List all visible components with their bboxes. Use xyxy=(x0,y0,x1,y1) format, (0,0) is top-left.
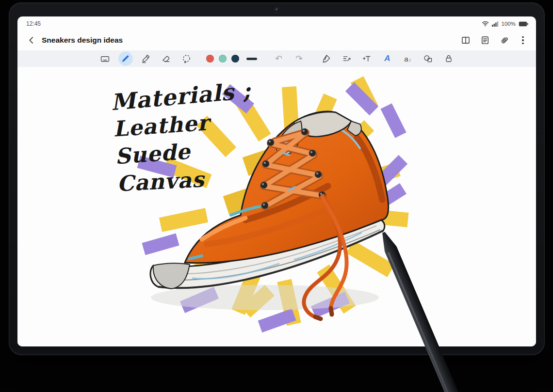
page-list-icon xyxy=(480,35,490,45)
lock-icon xyxy=(444,54,454,63)
text-size-button[interactable]: a↕ xyxy=(401,51,415,66)
pen-tool-button[interactable] xyxy=(118,51,133,66)
stroke-width-button[interactable] xyxy=(244,51,259,66)
note-title: Sneakers design ideas xyxy=(42,36,123,45)
shapes-button[interactable] xyxy=(421,51,436,66)
split-view-icon xyxy=(461,35,471,45)
color-swatch-teal[interactable] xyxy=(219,55,227,63)
battery-percent: 100% xyxy=(502,21,516,27)
undo-icon: ↶ xyxy=(275,54,282,63)
keyboard-button[interactable] xyxy=(98,51,113,66)
drawing-toolbar: ↶ ↷ xyxy=(17,50,536,67)
front-camera xyxy=(275,8,279,12)
auto-straighten-button[interactable] xyxy=(340,51,354,66)
tablet-frame: 12:45 xyxy=(9,2,545,355)
highlighter-tool-button[interactable] xyxy=(139,51,153,66)
convert-to-text-icon xyxy=(362,54,372,63)
favorite-pens-icon xyxy=(322,54,331,63)
color-swatch-red[interactable] xyxy=(206,55,214,63)
auto-straighten-icon xyxy=(342,54,352,63)
lasso-icon xyxy=(181,54,192,64)
favorite-pens-button[interactable] xyxy=(319,51,334,66)
undo-button[interactable]: ↶ xyxy=(272,51,286,66)
screen: 12:45 xyxy=(17,16,536,346)
app-bar: Sneakers design ideas xyxy=(17,30,536,50)
keyboard-icon xyxy=(100,54,110,64)
shapes-icon xyxy=(423,54,433,64)
signal-icon xyxy=(492,21,499,27)
status-bar: 12:45 xyxy=(17,16,536,30)
page-lock-button[interactable] xyxy=(441,51,456,66)
assist-button[interactable]: A xyxy=(380,51,395,66)
battery-icon xyxy=(519,21,528,27)
eraser-icon xyxy=(161,54,171,64)
stroke-width-icon xyxy=(246,58,257,60)
redo-button[interactable]: ↷ xyxy=(292,51,307,66)
wifi-icon xyxy=(482,21,489,27)
appbar-actions xyxy=(458,33,529,47)
handwriting-line-3: Suede xyxy=(114,139,191,169)
paperclip-icon xyxy=(498,33,511,47)
highlighter-icon xyxy=(141,54,151,64)
text-size-icon: a↕ xyxy=(404,55,411,63)
page-list-button[interactable] xyxy=(478,33,492,47)
attach-button[interactable] xyxy=(497,33,512,47)
color-swatch-navy[interactable] xyxy=(231,55,239,63)
lasso-tool-button[interactable] xyxy=(179,51,194,66)
redo-icon: ↷ xyxy=(295,54,303,63)
note-canvas[interactable]: Materials ; Leather Suede Canvas xyxy=(17,67,536,346)
eraser-tool-button[interactable] xyxy=(159,51,174,66)
more-button[interactable] xyxy=(517,33,529,47)
convert-to-text-button[interactable] xyxy=(360,51,374,66)
handwriting-line-4: Canvas xyxy=(116,167,205,196)
clock: 12:45 xyxy=(26,20,41,27)
assist-a-icon: A xyxy=(384,54,390,63)
back-button[interactable] xyxy=(23,32,40,48)
split-view-button[interactable] xyxy=(458,33,473,47)
pen-icon xyxy=(121,54,130,63)
